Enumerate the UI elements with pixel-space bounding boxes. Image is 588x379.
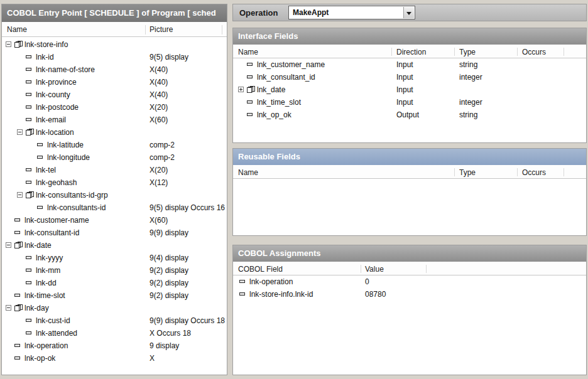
tree-row-lnk-name-of-store[interactable]: lnk-name-of-storeX(40): [2, 63, 227, 76]
column-header-type[interactable]: Type: [459, 168, 476, 177]
tree-row-lnk-location[interactable]: lnk-location: [2, 126, 227, 139]
column-header-occurs[interactable]: Occurs: [522, 48, 546, 56]
tree-row-lnk-geohash[interactable]: lnk-geohashX(12): [2, 176, 227, 189]
operation-select[interactable]: MakeAppt: [288, 6, 415, 19]
collapse-minus-icon[interactable]: [6, 41, 11, 47]
tree-row-lnk-longitude[interactable]: lnk-longitudecomp-2: [2, 151, 227, 164]
field-direction: Input: [396, 98, 413, 107]
field-picture: 9(9) display: [150, 228, 188, 237]
tree-row-lnk-consultants-id[interactable]: lnk-consultants-id9(5) display Occurs 16: [2, 201, 227, 214]
column-separator[interactable]: [454, 168, 455, 176]
tree-row-lnk-cust-id[interactable]: lnk-cust-id9(9) display Occurs 18: [2, 314, 227, 327]
column-header-name[interactable]: Name: [7, 25, 27, 34]
chevron-down-icon: [406, 12, 411, 15]
column-separator[interactable]: [564, 48, 564, 56]
collapse-minus-icon[interactable]: [6, 242, 11, 248]
tree-row-lnk-id[interactable]: lnk-id9(5) display: [2, 51, 227, 63]
column-header-name[interactable]: Name: [238, 48, 258, 56]
reusable-fields-section: Reusable Fields Name Type Occurs: [232, 148, 587, 236]
tree-row-lnk-consultants-id-grp[interactable]: lnk-consultants-id-grp: [2, 189, 227, 201]
tree-row-lnk-postcode[interactable]: lnk-postcodeX(20): [2, 101, 227, 114]
dropdown-button[interactable]: [403, 7, 414, 18]
assignment-row-lnk-store-info.lnk-id[interactable]: lnk-store-info.lnk-id08780: [233, 288, 586, 301]
tree-row-lnk-store-info[interactable]: lnk-store-info: [2, 38, 227, 51]
tree-row-lnk-latitude[interactable]: lnk-latitudecomp-2: [2, 139, 227, 151]
interface-fields-title: Interface Fields: [233, 28, 586, 45]
column-separator[interactable]: [426, 265, 427, 273]
interface-fields-column-header: Name Direction Type Occurs: [233, 45, 586, 58]
column-separator[interactable]: [145, 25, 146, 35]
field-name: lnk-longitude: [47, 153, 90, 162]
column-separator[interactable]: [517, 168, 518, 176]
cobol-field-tree: lnk-store-infolnk-id9(5) displaylnk-name…: [2, 37, 227, 375]
column-separator[interactable]: [361, 265, 361, 273]
field-picture: 9(4) display: [150, 254, 188, 262]
field-name: lnk-province: [36, 78, 77, 87]
collapse-minus-icon[interactable]: [17, 192, 23, 198]
field-icon: [26, 80, 31, 83]
tree-row-lnk-mm[interactable]: lnk-mm9(2) display: [2, 264, 227, 277]
field-direction: Input: [396, 85, 413, 94]
column-separator[interactable]: [222, 25, 222, 35]
interface-field-row-lnk_time_slot[interactable]: lnk_time_slotInputinteger: [233, 96, 586, 109]
field-name: lnk-location: [36, 128, 74, 137]
tree-row-lnk-email[interactable]: lnk-emailX(60): [2, 114, 227, 126]
interface-field-row-lnk_date[interactable]: lnk_dateInput: [233, 83, 586, 96]
column-header-direction[interactable]: Direction: [396, 48, 426, 56]
tree-row-lnk-operation[interactable]: lnk-operation9 display: [2, 339, 227, 352]
reusable-fields-rows: [233, 179, 586, 235]
cobol-field-name: lnk-store-info.lnk-id: [249, 290, 313, 299]
expand-plus-icon[interactable]: [238, 87, 244, 92]
field-name: lnk-latitude: [47, 141, 84, 149]
column-header-value[interactable]: Value: [365, 265, 384, 274]
field-picture: X: [150, 354, 155, 363]
field-name: lnk-dd: [36, 279, 57, 287]
tree-row-lnk-op-ok[interactable]: lnk-op-okX: [2, 352, 227, 365]
field-picture: 9(2) display: [150, 266, 188, 275]
tree-row-lnk-tel[interactable]: lnk-telX(20): [2, 164, 227, 176]
field-icon: [14, 231, 20, 234]
field-icon: [26, 181, 31, 184]
column-separator[interactable]: [391, 48, 392, 56]
field-direction: Input: [396, 60, 413, 69]
interface-field-row-lnk_customer_name[interactable]: lnk_customer_nameInputstring: [233, 58, 586, 71]
field-picture: X(60): [150, 216, 168, 225]
left-panel-title: COBOL Entry Point [ SCHEDULE ] of Progra…: [2, 4, 227, 22]
tree-row-lnk-date[interactable]: lnk-date: [2, 239, 227, 252]
field-icon: [14, 294, 20, 297]
column-header-picture[interactable]: Picture: [150, 25, 173, 34]
tree-row-lnk-customer-name[interactable]: lnk-customer-nameX(60): [2, 214, 227, 227]
column-separator[interactable]: [517, 48, 518, 56]
interface-field-row-lnk_op_ok[interactable]: lnk_op_okOutputstring: [233, 109, 586, 121]
tree-row-lnk-day[interactable]: lnk-day: [2, 302, 227, 314]
column-separator[interactable]: [454, 48, 455, 56]
column-header-type[interactable]: Type: [459, 48, 476, 56]
column-header-name[interactable]: Name: [238, 168, 258, 177]
field-name: lnk-tel: [36, 166, 56, 174]
tree-row-lnk-dd[interactable]: lnk-dd9(2) display: [2, 277, 227, 289]
field-icon: [37, 206, 43, 209]
field-icon: [26, 281, 31, 284]
field-name: lnk-mm: [36, 266, 60, 275]
field-name: lnk-cust-id: [36, 316, 70, 325]
column-header-cobol-field[interactable]: COBOL Field: [238, 265, 283, 274]
collapse-minus-icon[interactable]: [17, 129, 23, 135]
field-name: lnk_customer_name: [257, 60, 325, 69]
field-picture: X(20): [150, 103, 168, 112]
field-name: lnk-consultants-id-grp: [36, 191, 108, 200]
tree-row-lnk-province[interactable]: lnk-provinceX(40): [2, 76, 227, 88]
collapse-minus-icon[interactable]: [6, 305, 11, 311]
tree-row-lnk-yyyy[interactable]: lnk-yyyy9(4) display: [2, 252, 227, 264]
tree-row-lnk-time-slot[interactable]: lnk-time-slot9(2) display: [2, 289, 227, 302]
column-separator[interactable]: [564, 168, 564, 176]
assignment-row-lnk-operation[interactable]: lnk-operation0: [233, 275, 586, 288]
field-name: lnk-store-info: [24, 40, 68, 49]
field-icon: [37, 156, 43, 159]
interface-fields-section: Interface Fields Name Direction Type Occ…: [232, 28, 587, 143]
tree-row-lnk-attended[interactable]: lnk-attendedX Occurs 18: [2, 327, 227, 339]
field-name: lnk-geohash: [36, 178, 77, 187]
column-header-occurs[interactable]: Occurs: [522, 168, 546, 177]
interface-field-row-lnk_consultant_id[interactable]: lnk_consultant_idInputinteger: [233, 71, 586, 83]
tree-row-lnk-county[interactable]: lnk-countyX(40): [2, 88, 227, 101]
tree-row-lnk-consultant-id[interactable]: lnk-consultant-id9(9) display: [2, 227, 227, 239]
